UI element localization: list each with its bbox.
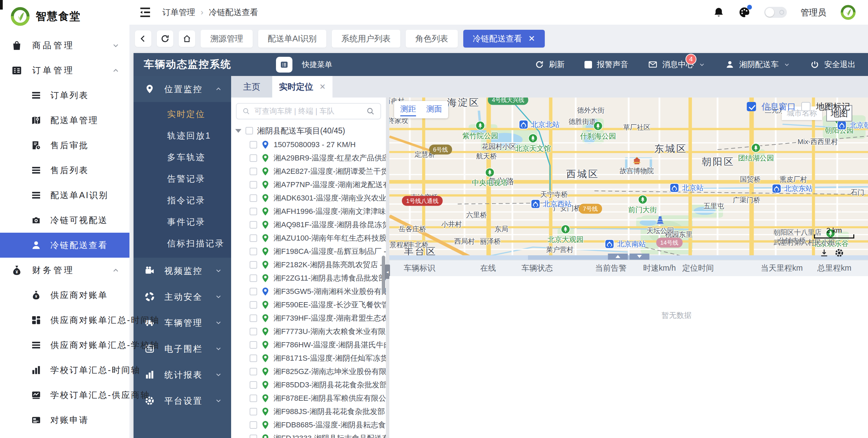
vehicle-row-19[interactable]: 湘F878EE-湘阴县军粮供应有限公司 <box>231 391 386 405</box>
vehicle-row-0[interactable]: 15075080093 - 27 KM/H <box>231 138 386 151</box>
vehicle-checkbox[interactable] <box>250 248 257 255</box>
vehicle-checkbox[interactable] <box>250 234 257 242</box>
sidebar-item-5[interactable]: 售后列表 <box>0 158 129 183</box>
expand-down-button[interactable] <box>630 254 650 260</box>
page-tab-2[interactable]: 系统用户列表 <box>332 30 400 48</box>
vehicle-row-9[interactable]: 湘F2182K-湘阴县陈亮凯农贸店 - <box>231 258 386 271</box>
vehicle-checkbox[interactable] <box>250 221 257 229</box>
page-tab-0[interactable]: 溯源管理 <box>201 30 253 48</box>
vehicle-row-12[interactable]: 湘F590EE-温湿度-长沙亚飞餐饮管 <box>231 298 386 311</box>
vehicle-row-16[interactable]: 湘F8171S-温湿度-湘阴任灿军冻货 <box>231 351 386 365</box>
sidebar-item-2[interactable]: 订单列表 <box>0 83 129 108</box>
vehicle-row-7[interactable]: 湘AZU100-湖南年年红生态科技股份 <box>231 231 386 245</box>
monitor-action-1[interactable]: 报警声音 <box>584 59 628 70</box>
map-marker-checkbox[interactable] <box>801 102 810 111</box>
sidebar-item-12[interactable]: 供应商对账单汇总-学校轴 <box>0 333 129 358</box>
sidebar-item-10[interactable]: ¥供应商对账单 <box>0 283 129 308</box>
vehicle-row-4[interactable]: 湘ADK6301-温湿度-湖南业兴农业 <box>231 191 386 205</box>
vehicle-checkbox[interactable] <box>250 141 257 149</box>
vehicle-checkbox[interactable] <box>250 168 257 175</box>
expand-up-button[interactable] <box>608 254 628 260</box>
sidebar-item-13[interactable]: 学校订单汇总-时间轴 <box>0 358 129 383</box>
vehicle-row-2[interactable]: 湘A2E827-温湿度-湘阴谭爱兰干货 <box>231 165 386 178</box>
table-column-6[interactable]: 当天里程km <box>761 263 817 273</box>
map-settings-gear-icon[interactable] <box>834 248 844 258</box>
sidebar-item-4[interactable]: 售后审批 <box>0 133 129 158</box>
monitor-nav-2[interactable]: 主动安全 <box>134 284 231 310</box>
vehicle-checkbox[interactable] <box>250 435 257 438</box>
tab-home[interactable]: 主页 <box>231 76 272 98</box>
info-window-label[interactable]: 信息窗口 <box>762 101 796 112</box>
vehicle-checkbox[interactable] <box>250 181 257 189</box>
tab-realtime-location[interactable]: 实时定位 ✕ <box>272 76 332 98</box>
page-tab-3[interactable]: 角色列表 <box>406 30 458 48</box>
monitor-action-0[interactable]: 刷新 <box>535 59 565 70</box>
vehicle-checkbox[interactable] <box>250 208 257 215</box>
download-icon[interactable] <box>819 248 829 258</box>
vehicle-checkbox[interactable] <box>250 341 257 349</box>
quick-menu-button[interactable] <box>276 57 292 73</box>
vehicle-group-row[interactable]: 湘阴县配送车项目(40/45) <box>231 124 386 138</box>
vehicle-row-11[interactable]: 湘F35GW5-湖南湘科米业股份有限 <box>231 285 386 298</box>
back-button[interactable] <box>135 30 151 47</box>
monitor-action-3[interactable]: 湘阴配送车 <box>725 59 790 70</box>
vehicle-checkbox[interactable] <box>250 261 257 269</box>
panel-divider[interactable]: ◂ <box>386 98 389 438</box>
page-tab-1[interactable]: 配送单AI识别 <box>258 30 326 48</box>
monitor-subitem-6[interactable]: 信标扫描记录 <box>134 233 231 254</box>
vehicle-checkbox[interactable] <box>250 314 257 322</box>
vehicle-row-8[interactable]: 湘F198CA-温湿度-岳辉豆制品厂 - <box>231 245 386 258</box>
avatar[interactable] <box>840 4 856 21</box>
vehicle-row-3[interactable]: 湘A7P7NP-温湿度-湖南湘龙配送有 <box>231 178 386 191</box>
vehicle-row-10[interactable]: 湘F2ZG11-湘阴县志博食品批发部 - <box>231 271 386 285</box>
measure-distance-button[interactable]: 测距 <box>400 104 416 116</box>
vehicle-row-21[interactable]: 湘FDB8685-温湿度-湘阴县耘志食 <box>231 418 386 431</box>
vehicle-row-1[interactable]: 湘A29BR9-温湿度-红星农产品供应 <box>231 151 386 165</box>
sidebar-collapse-icon[interactable] <box>138 5 152 19</box>
tab-close-icon[interactable]: ✕ <box>528 34 535 43</box>
vehicle-row-13[interactable]: 湘F739HF-温湿度-湖南君盟生态农 <box>231 311 386 325</box>
table-column-0[interactable]: 车辆标识 <box>389 263 480 273</box>
theme-palette-icon[interactable] <box>738 6 751 18</box>
sidebar-item-0[interactable]: 商品管理 <box>0 33 129 58</box>
monitor-action-2[interactable]: 消息中心4 <box>648 59 705 70</box>
table-column-2[interactable]: 车辆状态 <box>521 263 595 273</box>
refresh-button[interactable] <box>157 30 173 47</box>
table-column-4[interactable]: 时速km/h <box>643 263 682 273</box>
dark-mode-toggle[interactable] <box>764 7 787 18</box>
table-column-3[interactable]: 当前告警 <box>595 263 643 273</box>
group-checkbox[interactable] <box>246 127 253 134</box>
vehicle-row-17[interactable]: 湘F825GZ-湖南志坤米业股份有限 <box>231 365 386 378</box>
vehicle-checkbox[interactable] <box>250 194 257 202</box>
vehicle-checkbox[interactable] <box>250 288 257 295</box>
vehicle-checkbox[interactable] <box>250 274 257 282</box>
monitor-subitem-2[interactable]: 多车轨迹 <box>134 146 231 168</box>
map[interactable]: 海淀区东城区西城区朝阳区丰台区西冉村黄庄佟家坟德外大街德胜街道三元东桥草厂社区花… <box>389 98 868 260</box>
search-submit-icon[interactable] <box>366 107 375 116</box>
tab-close-icon[interactable]: ✕ <box>319 82 326 91</box>
table-column-7[interactable]: 总里程km <box>817 263 868 273</box>
monitor-subitem-3[interactable]: 告警记录 <box>134 168 231 190</box>
vehicle-row-15[interactable]: 湘F786HW-温湿度-湘阴县湛氏牛肉 <box>231 338 386 351</box>
alarm-sound-checkbox[interactable] <box>584 61 592 68</box>
vehicle-checkbox[interactable] <box>250 368 257 375</box>
monitor-nav-5[interactable]: 统计报表 <box>134 362 231 388</box>
admin-label[interactable]: 管理员 <box>801 7 826 18</box>
sidebar-item-1[interactable]: 订单管理 <box>0 58 129 83</box>
vehicle-row-14[interactable]: 湘F7773U-湖南大农粮食米业有限公 <box>231 325 386 338</box>
monitor-subitem-4[interactable]: 指令记录 <box>134 190 231 211</box>
notification-bell-icon[interactable] <box>713 7 725 18</box>
vehicle-checkbox[interactable] <box>250 381 257 389</box>
quick-menu-label[interactable]: 快捷菜单 <box>302 60 332 70</box>
measure-area-button[interactable]: 测面 <box>426 104 442 116</box>
vehicle-checkbox[interactable] <box>250 395 257 402</box>
vehicle-checkbox[interactable] <box>250 301 257 309</box>
monitor-subitem-0[interactable]: 实时定位 <box>134 103 231 125</box>
monitor-subitem-1[interactable]: 轨迹回放1 <box>134 125 231 146</box>
map-marker-label[interactable]: 地图标记 <box>816 101 850 112</box>
vehicle-checkbox[interactable] <box>250 154 257 162</box>
page-tab-active[interactable]: 冷链配送查看✕ <box>463 30 545 48</box>
vehicle-search-input[interactable] <box>254 107 366 116</box>
sidebar-item-6[interactable]: 配送单AI识别 <box>0 183 129 208</box>
table-column-5[interactable]: 定位时间 <box>682 263 761 273</box>
